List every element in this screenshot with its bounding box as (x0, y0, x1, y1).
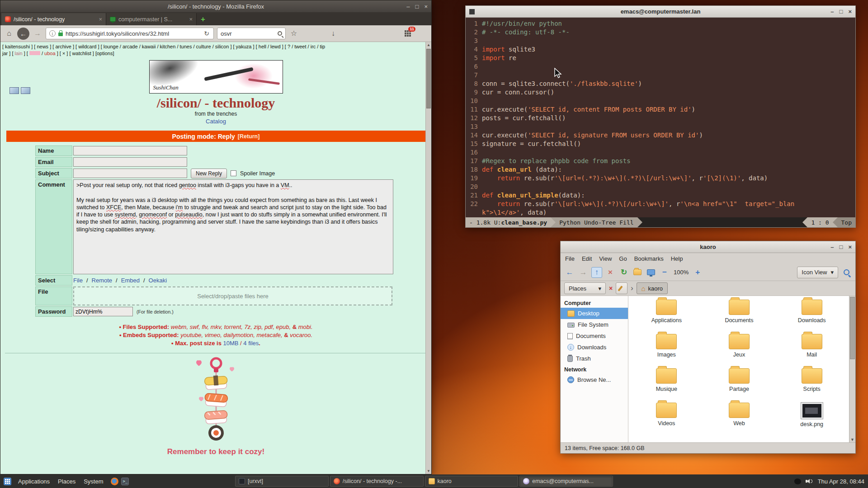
scrollbar-thumb[interactable] (850, 297, 855, 359)
menu-bookmarks[interactable]: Bookmarks (634, 255, 664, 262)
minimize-button[interactable]: – (830, 244, 834, 250)
reload-icon[interactable]: ↻ (203, 30, 210, 37)
stop-button[interactable]: × (605, 267, 616, 278)
scroll-down-icon[interactable]: ▼ (849, 437, 855, 442)
scroll-up-icon[interactable]: ▲ (426, 43, 431, 47)
zoom-out-button[interactable]: − (659, 267, 670, 278)
taskbar-window-button[interactable]: /silicon/ - technology -... (330, 476, 424, 487)
folder-item-web[interactable]: Web (703, 403, 776, 432)
maximize-button[interactable]: □ (840, 9, 843, 14)
clock[interactable]: Thu Apr 28, 08:44 (818, 478, 864, 485)
folder-item-scripts[interactable]: Scripts (775, 368, 848, 397)
folder-item-documents[interactable]: Documents (703, 300, 776, 328)
scrollbar-thumb[interactable] (426, 49, 431, 108)
file-item-desk-png[interactable]: desk.png (775, 403, 848, 432)
tab-close-icon[interactable]: × (189, 16, 193, 23)
folder-item-downloads[interactable]: Downloads (775, 300, 848, 328)
password-field[interactable] (73, 307, 133, 316)
taskbar-window-button[interactable]: emacs@computermas... (519, 476, 613, 487)
return-link[interactable]: [Return] (238, 133, 260, 140)
pink-board-link[interactable] (29, 51, 40, 55)
menu-edit[interactable]: Edit (582, 255, 592, 262)
site-info-icon[interactable]: i (49, 30, 56, 37)
breadcrumb[interactable]: ⌂kaoro (637, 282, 668, 294)
menu-help[interactable]: Help (671, 255, 683, 262)
menu-system[interactable]: System (80, 474, 107, 488)
close-sidebar-icon[interactable]: × (609, 285, 613, 292)
menu-places[interactable]: Places (54, 474, 80, 488)
select-link-embed[interactable]: Embed (121, 277, 140, 284)
search-bar[interactable]: osvr (217, 28, 286, 39)
lain-link[interactable]: lain (15, 51, 23, 56)
applications-menu-icon[interactable] (4, 478, 11, 485)
forward-button[interactable]: → (33, 30, 42, 37)
minimize-button[interactable]: – (830, 9, 834, 14)
spoiler-checkbox[interactable] (231, 170, 236, 176)
minimize-button[interactable]: – (406, 4, 410, 9)
url-text[interactable]: https://sushigirl.tokyo/silicon/res/32.h… (66, 30, 200, 37)
folder-item-musique[interactable]: Musique (630, 368, 703, 397)
sidebar-item-trash[interactable]: Trash (561, 353, 628, 364)
thumb-icon[interactable] (21, 87, 30, 94)
view-mode-dropdown[interactable]: Icon View▾ (797, 267, 838, 278)
sidebar-item-browse-ne-[interactable]: Browse Ne... (561, 374, 628, 385)
fm-scrollbar[interactable]: ▼ (849, 296, 855, 442)
select-link-remote[interactable]: Remote (92, 277, 113, 284)
taskbar-window-button[interactable]: [urxvt] (235, 476, 329, 487)
folder-item-videos[interactable]: Videos (630, 403, 703, 432)
refresh-button[interactable]: ↻ (618, 267, 629, 278)
up-button[interactable]: ↑ (591, 267, 602, 278)
max-size-link[interactable]: 10MB (223, 340, 238, 347)
volume-icon[interactable] (806, 478, 813, 484)
window-menu-icon[interactable] (469, 9, 475, 14)
tab-close-icon[interactable]: × (99, 16, 102, 23)
subject-field[interactable] (73, 169, 187, 178)
search-button[interactable] (841, 267, 852, 278)
menu-view[interactable]: View (599, 255, 612, 262)
sidebar-item-desktop[interactable]: Desktop (561, 308, 628, 319)
edit-path-button[interactable] (616, 282, 627, 294)
folder-item-jeux[interactable]: Jeux (703, 334, 776, 363)
menu-applications[interactable]: Applications (14, 474, 54, 488)
file-drop-zone[interactable]: Select/drop/paste files here (73, 286, 392, 305)
board-nav-line2[interactable]: jar ] [ lain ] [ / uboa ] [ × ] [ watchl… (2, 50, 429, 57)
maximize-button[interactable]: □ (840, 244, 843, 250)
search-icon[interactable] (278, 31, 282, 36)
scroll-down-icon[interactable]: ▼ (426, 469, 431, 473)
fm-titlebar[interactable]: kaoro – □ × (561, 241, 855, 253)
tab-computermaster[interactable]: computermaster | S... × (106, 13, 197, 25)
desktop-button[interactable] (646, 267, 656, 278)
thumb-icon[interactable] (9, 87, 19, 94)
emacs-titlebar[interactable]: emacs@computermaster.lan – □ × (466, 6, 855, 18)
forward-button[interactable]: → (578, 267, 589, 278)
folder-item-images[interactable]: Images (630, 334, 703, 363)
sidebar-item-downloads[interactable]: Downloads (561, 342, 628, 353)
close-button[interactable]: × (848, 244, 852, 250)
uboa-link[interactable]: uboa (44, 51, 55, 56)
back-button[interactable]: ← (17, 28, 29, 40)
folder-item-partage[interactable]: Partage (703, 368, 776, 397)
new-reply-button[interactable]: New Reply (191, 169, 227, 178)
tray-icon[interactable] (794, 479, 801, 484)
catalog-link[interactable]: Catalog (206, 118, 226, 125)
downloads-icon[interactable]: ↓ (328, 30, 338, 37)
maximize-button[interactable]: □ (415, 4, 419, 9)
menu-go[interactable]: Go (619, 255, 627, 262)
sidebar-item-file-system[interactable]: File System (561, 319, 628, 330)
page-scrollbar[interactable]: ▲ ▼ (425, 42, 431, 474)
home-folder-button[interactable] (632, 267, 643, 278)
places-dropdown[interactable]: Places▾ (564, 282, 606, 294)
name-field[interactable] (73, 146, 187, 155)
sidebar-item-documents[interactable]: Documents (561, 330, 628, 342)
firefox-titlebar[interactable]: /silicon/ - technology - Mozilla Firefox… (0, 0, 431, 12)
tab-counter-icon[interactable]: 11 (403, 28, 415, 38)
taskbar-window-button[interactable]: kaoro (425, 476, 519, 487)
bookmark-star-icon[interactable]: ☆ (289, 30, 299, 37)
email-field[interactable] (73, 157, 187, 167)
select-link-file[interactable]: File (73, 277, 83, 284)
close-button[interactable]: × (848, 9, 852, 14)
folder-item-applications[interactable]: Applications (630, 300, 703, 328)
home-icon[interactable]: ⌂ (4, 30, 14, 37)
browser-launcher-icon[interactable] (111, 478, 118, 485)
max-files-link[interactable]: 4 files (243, 340, 259, 347)
